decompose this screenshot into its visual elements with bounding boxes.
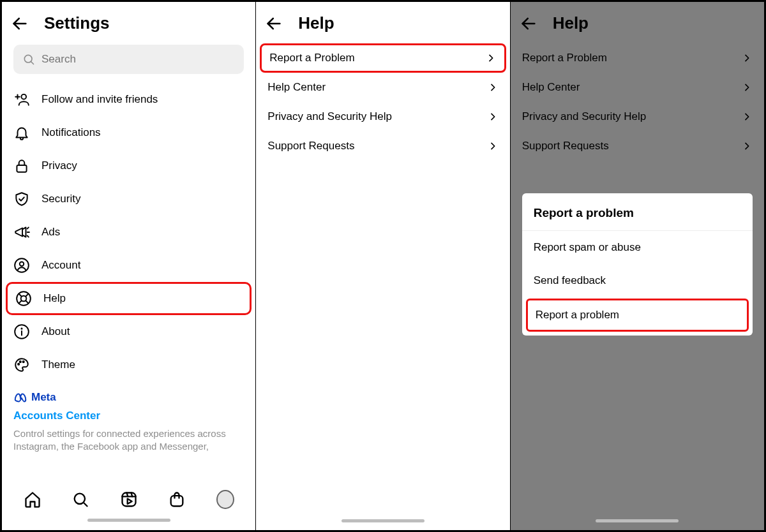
lock-icon [13,158,30,174]
svg-point-22 [20,361,21,362]
meta-brand: Meta [13,390,244,404]
svg-marker-30 [127,499,131,504]
page-title: Settings [44,13,110,33]
help-item-privacy-security[interactable]: Privacy and Security Help [256,102,509,131]
svg-point-23 [23,361,24,362]
row-label: Help Center [267,81,475,94]
help-list: Report a Problem Help Center Privacy and… [511,43,764,161]
person-plus-icon [13,91,30,108]
popup-option-report-problem[interactable]: Report a problem [526,299,749,332]
page-title: Help [553,13,589,33]
megaphone-icon [13,224,30,240]
row-label: Report a Problem [522,52,730,64]
info-icon [13,323,30,340]
help-item-support-requests[interactable]: Support Requests [511,131,764,161]
panel-help: Help Report a Problem Help Center Priv [256,2,510,530]
help-item-privacy-security[interactable]: Privacy and Security Help [511,102,764,131]
header: Help [511,2,764,40]
svg-line-15 [26,293,28,296]
home-indicator [596,519,679,522]
svg-line-7 [27,227,29,228]
row-label: Privacy and Security Help [522,110,730,123]
palette-icon [13,357,30,373]
row-label: Account [41,259,244,272]
accounts-center-link[interactable]: Accounts Center [13,410,244,422]
svg-point-10 [15,258,29,272]
nav-profile-avatar[interactable] [216,491,234,508]
row-label: Notifications [41,126,244,139]
settings-item-security[interactable]: Security [2,182,255,216]
chevron-right-icon [741,112,753,122]
help-item-report-problem[interactable]: Report a Problem [260,43,506,73]
svg-rect-31 [171,496,183,506]
panel-settings: Settings Follow and invite friends [2,2,256,530]
row-label: Help Center [522,81,730,94]
meta-logo-icon [13,390,27,404]
search-field[interactable] [13,45,244,74]
back-arrow-icon[interactable] [265,15,283,33]
header: Help [256,2,509,40]
back-arrow-icon[interactable] [520,15,537,33]
popup-title: Report a problem [522,193,753,231]
lifebuoy-icon [15,290,32,307]
svg-line-16 [26,300,28,303]
settings-item-ads[interactable]: Ads [2,216,255,249]
popup-option-send-feedback[interactable]: Send feedback [522,264,753,297]
settings-item-about[interactable]: About [2,315,255,348]
svg-line-9 [27,235,29,237]
settings-list: Follow and invite friends Notifications … [2,83,255,381]
meta-brand-text: Meta [31,391,56,404]
page-title: Help [298,13,334,33]
settings-item-theme[interactable]: Theme [2,348,255,381]
settings-item-follow-invite[interactable]: Follow and invite friends [2,83,255,116]
svg-line-14 [19,293,21,296]
row-label: About [41,325,244,338]
settings-item-help[interactable]: Help [6,282,252,315]
settings-item-account[interactable]: Account [2,249,255,282]
settings-item-privacy[interactable]: Privacy [2,149,255,182]
meta-description: Control settings for connected experienc… [13,427,244,454]
help-item-support-requests[interactable]: Support Requests [256,131,509,161]
help-item-help-center[interactable]: Help Center [511,73,764,102]
search-icon [22,53,35,66]
row-label: Theme [41,358,244,371]
chevron-right-icon [741,82,753,92]
row-label: Security [41,193,244,205]
svg-line-2 [31,62,34,64]
help-item-help-center[interactable]: Help Center [256,73,509,102]
row-label: Help [43,292,242,305]
back-arrow-icon[interactable] [11,15,29,33]
nav-shop-icon[interactable] [168,491,186,508]
help-list: Report a Problem Help Center Privacy and… [256,43,509,161]
header: Settings [2,2,255,40]
settings-item-notifications[interactable]: Notifications [2,116,255,149]
row-label: Ads [41,226,244,239]
bell-icon [13,124,30,141]
shield-check-icon [13,191,30,207]
home-indicator [87,519,170,522]
search-input[interactable] [41,53,235,66]
report-problem-popup: Report a problem Report spam or abuse Se… [522,193,753,336]
popup-option-spam-abuse[interactable]: Report spam or abuse [522,231,753,264]
row-label: Privacy [41,159,244,172]
bottom-nav [2,485,255,530]
row-label: Privacy and Security Help [267,110,475,123]
row-label: Follow and invite friends [41,93,244,106]
chevron-right-icon [485,53,497,63]
help-item-report-problem[interactable]: Report a Problem [511,43,764,73]
chevron-right-icon [487,82,499,92]
chevron-right-icon [487,141,499,151]
home-indicator [342,519,424,522]
row-label: Report a Problem [269,52,473,64]
row-label: Support Requests [522,140,730,152]
svg-rect-6 [17,165,26,172]
nav-search-icon[interactable] [71,491,89,508]
chevron-right-icon [487,112,499,122]
nav-home-icon[interactable] [24,491,41,508]
user-circle-icon [13,257,30,274]
svg-line-25 [84,503,87,506]
nav-reels-icon[interactable] [120,491,138,508]
panel-help-with-popup: Help Report a Problem Help Center Priv [511,2,764,530]
row-label: Support Requests [267,140,475,152]
svg-point-11 [20,262,24,267]
